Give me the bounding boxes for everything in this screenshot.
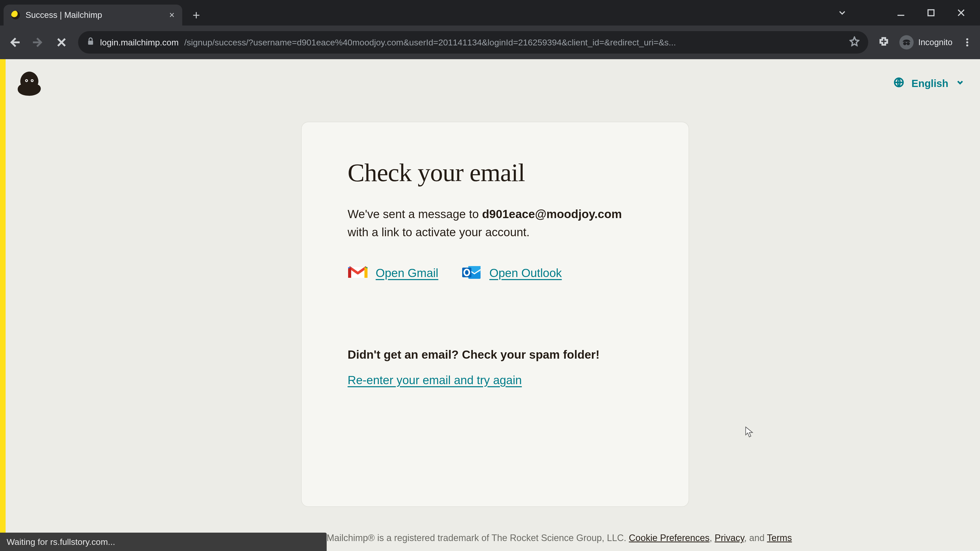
browser-chrome: Success | Mailchimp × + xyxy=(0,0,980,59)
new-tab-button[interactable]: + xyxy=(187,6,205,24)
bookmark-star-icon[interactable] xyxy=(850,36,859,48)
close-window-icon[interactable] xyxy=(955,6,967,19)
favicon-mailchimp-icon xyxy=(11,11,20,19)
extensions-icon[interactable] xyxy=(878,37,890,48)
card-heading: Check your email xyxy=(348,158,643,187)
mailchimp-logo[interactable] xyxy=(15,69,43,97)
open-outlook-label: Open Outlook xyxy=(489,266,562,280)
forward-button[interactable] xyxy=(31,35,45,49)
check-email-card: Check your email We've sent a message to… xyxy=(301,122,689,507)
page-header: English xyxy=(15,69,965,97)
footer-sep2: , and xyxy=(744,533,767,543)
footer-sep1: , xyxy=(710,533,714,543)
url-host: login.mailchimp.com xyxy=(100,38,179,48)
tab-title: Success | Mailchimp xyxy=(25,10,164,20)
mouse-cursor-icon xyxy=(745,427,753,438)
browser-tab[interactable]: Success | Mailchimp × xyxy=(3,5,182,25)
svg-point-9 xyxy=(26,80,27,81)
card-message: We've sent a message to d901eace@moodjoy… xyxy=(348,205,643,241)
open-gmail-link[interactable]: Open Gmail xyxy=(348,265,438,281)
spam-notice: Didn't get an email? Check your spam fol… xyxy=(348,348,643,362)
msg-prefix: We've sent a message to xyxy=(348,207,482,221)
page-viewport: English Check your email We've sent a me… xyxy=(0,59,980,551)
status-text: Waiting for rs.fullstory.com... xyxy=(6,537,115,547)
user-email: d901eace@moodjoy.com xyxy=(482,207,622,221)
gmail-icon xyxy=(348,265,368,281)
lock-icon xyxy=(87,37,94,48)
language-picker[interactable]: English xyxy=(893,77,965,90)
privacy-link[interactable]: Privacy xyxy=(714,533,744,543)
globe-icon xyxy=(893,77,904,90)
browser-toolbar: login.mailchimp.com/signup/success/?user… xyxy=(0,25,980,59)
close-tab-icon[interactable]: × xyxy=(169,11,175,20)
incognito-icon xyxy=(899,35,914,49)
tab-search-dropdown-icon[interactable] xyxy=(837,8,847,19)
window-controls xyxy=(895,0,980,25)
terms-link[interactable]: Terms xyxy=(767,533,792,543)
cookie-preferences-link[interactable]: Cookie Preferences xyxy=(629,533,710,543)
yellow-accent-stripe xyxy=(0,59,6,551)
maximize-window-icon[interactable] xyxy=(925,6,937,19)
browser-status-bar: Waiting for rs.fullstory.com... xyxy=(0,533,327,551)
incognito-label: Incognito xyxy=(918,38,953,47)
back-button[interactable] xyxy=(8,35,21,49)
incognito-indicator[interactable]: Incognito xyxy=(899,35,953,49)
stop-reload-button[interactable] xyxy=(55,35,68,49)
url-path: /signup/success/?username=d901eace%40moo… xyxy=(184,38,676,48)
chevron-down-icon xyxy=(956,78,965,89)
svg-rect-6 xyxy=(88,41,93,45)
retry-link[interactable]: Re-enter your email and try again xyxy=(348,373,522,387)
browser-menu-icon[interactable] xyxy=(962,37,972,48)
minimize-window-icon[interactable] xyxy=(895,6,907,19)
tab-strip: Success | Mailchimp × + xyxy=(0,0,980,25)
outlook-icon xyxy=(461,265,482,281)
svg-rect-1 xyxy=(928,10,934,16)
open-outlook-link[interactable]: Open Outlook xyxy=(461,265,562,281)
msg-suffix: with a link to activate your account. xyxy=(348,225,530,239)
address-bar[interactable]: login.mailchimp.com/signup/success/?user… xyxy=(78,31,868,54)
email-provider-links: Open Gmail Open Outlook xyxy=(348,265,643,281)
language-label: English xyxy=(912,78,948,89)
svg-point-10 xyxy=(32,80,33,81)
open-gmail-label: Open Gmail xyxy=(375,266,438,280)
toolbar-right: Incognito xyxy=(878,35,972,49)
